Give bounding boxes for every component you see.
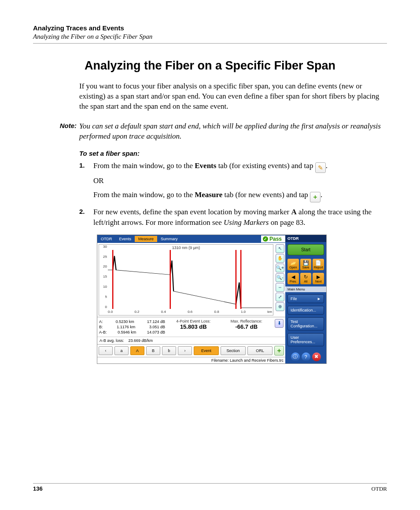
page-footer: 136 OTDR bbox=[33, 483, 387, 492]
fit-width-icon[interactable]: ↔ bbox=[276, 283, 284, 292]
user-prefs-menu[interactable]: User Preferences... bbox=[287, 333, 324, 346]
all-button[interactable]: ↻All bbox=[300, 273, 312, 284]
step-1-body: From the main window, go to the Events t… bbox=[93, 161, 328, 202]
file-menu[interactable]: File ► bbox=[287, 294, 324, 303]
measurement-panel: A:0.5230 km17.124 dB B:1.1176 km3.051 dB… bbox=[97, 317, 285, 337]
note-label: Note: bbox=[33, 121, 77, 142]
zoom-in-icon[interactable]: 🔍+ bbox=[276, 264, 284, 272]
mode-orl-button[interactable]: ORL bbox=[247, 346, 273, 355]
plot-x-axis: 0.0 0.2 0.4 0.6 0.8 1.0 km bbox=[108, 310, 272, 315]
pass-badge: ✓ Pass bbox=[261, 235, 285, 242]
report-button[interactable]: 📄Report bbox=[313, 259, 324, 270]
help-icon[interactable]: ? bbox=[302, 352, 310, 361]
marker-b-button[interactable]: b bbox=[162, 346, 176, 355]
pencil-icon: ✎ bbox=[315, 162, 326, 173]
note-block: Note: You can set a default span start a… bbox=[33, 121, 387, 142]
otdr-screenshot: OTDR Events Measure Summary ✓ Pass 1310 … bbox=[97, 235, 327, 364]
tab-summary[interactable]: Summary bbox=[157, 236, 181, 242]
start-button[interactable]: Start bbox=[287, 244, 324, 255]
checkmark-icon: ✓ bbox=[263, 236, 268, 242]
step-2-body: For new events, define the span event lo… bbox=[93, 207, 383, 228]
side-panel-title: OTDR bbox=[285, 235, 326, 242]
nav-prev-button[interactable]: ‹ bbox=[99, 346, 113, 355]
tab-events[interactable]: Events bbox=[116, 236, 135, 242]
max-reflectance-value: -66.7 dB bbox=[222, 323, 272, 330]
info-icon[interactable]: ⓘ bbox=[291, 352, 300, 361]
mode-event-button[interactable]: Event bbox=[194, 346, 219, 355]
pointer-tool-icon[interactable]: ↖ bbox=[276, 244, 284, 253]
test-config-menu[interactable]: Test Configuration... bbox=[287, 317, 324, 330]
side-panel: OTDR Start 📂Open 💾Save 📄Report ◀Prev. ↻A… bbox=[285, 235, 326, 363]
save-button[interactable]: 💾Save bbox=[300, 259, 312, 270]
prev-button[interactable]: ◀Prev. bbox=[287, 273, 299, 284]
procedure-heading: To set a fiber span: bbox=[79, 150, 387, 157]
mode-section-button[interactable]: Section bbox=[221, 346, 246, 355]
page-number: 136 bbox=[33, 485, 43, 492]
nav-next-button[interactable]: › bbox=[178, 346, 192, 355]
trace-plot[interactable]: 1310 nm (9 µm) 30 25 20 15 10 5 0 0.0 bbox=[99, 244, 273, 316]
zoom-out-icon[interactable]: 🔍- bbox=[276, 273, 284, 282]
fit-all-icon[interactable]: ⤢ bbox=[276, 293, 284, 301]
next-button[interactable]: ▶Next bbox=[313, 273, 324, 284]
footer-doc-label: OTDR bbox=[372, 485, 387, 492]
page-title: Analyzing the Fiber on a Specific Fiber … bbox=[33, 59, 387, 73]
avg-loss-row: A-B avg. loss: 23.669 dB/km bbox=[97, 337, 285, 344]
running-head-section: Analyzing the Fiber on a Specific Fiber … bbox=[33, 33, 387, 40]
plot-toolbar: ↖ ✋ 🔍+ 🔍- ↔ ⤢ ⊕ bbox=[275, 243, 285, 317]
intro-paragraph: If you want to focus your fiber analysis… bbox=[79, 81, 383, 112]
open-button[interactable]: 📂Open bbox=[287, 259, 299, 270]
pan-tool-icon[interactable]: ✋ bbox=[276, 254, 284, 263]
marker-A-button[interactable]: A bbox=[130, 346, 144, 355]
header-rule bbox=[33, 43, 387, 44]
note-text: You can set a default span start and end… bbox=[79, 121, 387, 142]
marker-a-button[interactable]: a bbox=[114, 346, 129, 355]
chevron-right-icon: ► bbox=[317, 297, 321, 301]
tab-otdr[interactable]: OTDR bbox=[97, 236, 116, 242]
tab-measure[interactable]: Measure bbox=[135, 236, 157, 242]
step-number-2: 2. bbox=[79, 207, 87, 228]
running-head-chapter: Analyzing Traces and Events bbox=[33, 24, 387, 32]
identification-menu[interactable]: Identification... bbox=[287, 306, 324, 315]
plot-title: 1310 nm (9 µm) bbox=[99, 246, 273, 250]
add-event-button[interactable]: ＋ bbox=[274, 346, 284, 356]
extra-tool-icon[interactable]: ⊕ bbox=[276, 302, 284, 311]
tab-bar: OTDR Events Measure Summary ✓ Pass bbox=[97, 235, 285, 243]
main-menu-header: Main Menu bbox=[285, 286, 326, 292]
filename-bar: Filename: Launch and Receive Fibers.trc bbox=[97, 357, 285, 363]
marker-button-row: ‹ a A B b › Event Section ORL ＋ bbox=[97, 344, 285, 357]
step-number-1: 1. bbox=[79, 161, 87, 202]
download-icon[interactable]: ⬇ bbox=[275, 319, 284, 328]
plus-icon: ＋ bbox=[310, 192, 321, 202]
four-point-loss-value: 15.803 dB bbox=[169, 323, 218, 330]
marker-B-button[interactable]: B bbox=[146, 346, 160, 355]
plot-y-axis: 30 25 20 15 10 5 0 bbox=[99, 245, 108, 309]
close-icon[interactable]: ✖ bbox=[312, 352, 321, 361]
